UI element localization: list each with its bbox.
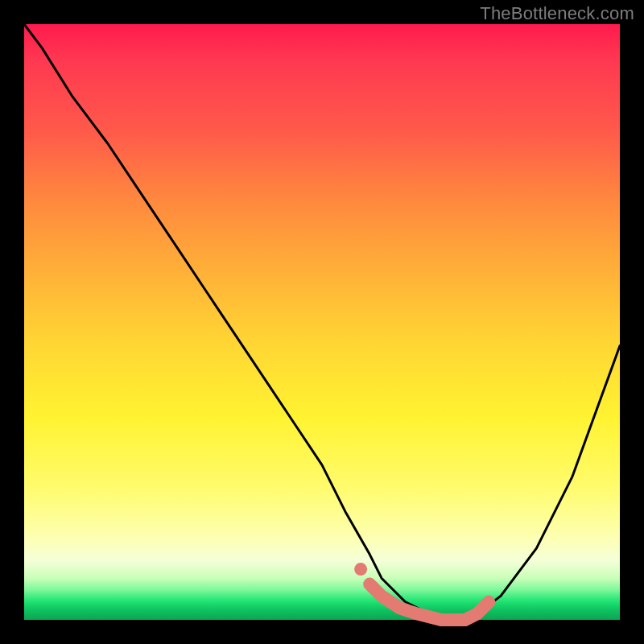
chart-frame: TheBottleneck.com [0, 0, 644, 644]
plot-area [24, 24, 620, 620]
optimal-range-highlight [369, 584, 489, 620]
optimal-dot [354, 563, 367, 576]
curve-layer [24, 24, 620, 620]
optimal-dot [366, 580, 379, 593]
watermark-text: TheBottleneck.com [480, 3, 634, 24]
bottleneck-curve-line [24, 24, 620, 620]
chart-svg [24, 24, 620, 620]
